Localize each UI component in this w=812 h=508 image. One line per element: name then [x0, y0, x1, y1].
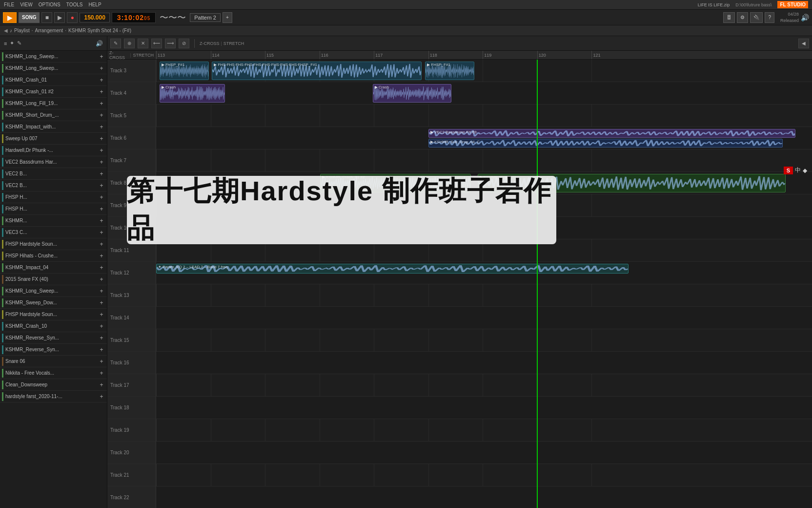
track-item[interactable]: Nikkita - Free Vocals...+ — [0, 367, 107, 379]
track-add-button[interactable]: + — [98, 112, 105, 119]
track-item[interactable]: KSHMR_Impact_with...+ — [0, 121, 107, 133]
track-row[interactable] — [156, 352, 812, 374]
track-add-button[interactable]: + — [98, 370, 105, 377]
audio-clip[interactable]: ▶ FHSP_F#1 — [425, 62, 474, 80]
audio-clip[interactable]: ▶ FHS·FHS·FHS·FHS·FHS·FHS·FHS·FHS·FHS·FH… — [212, 62, 422, 80]
track-add-button[interactable]: + — [98, 299, 105, 306]
track-add-button[interactable]: + — [98, 159, 105, 166]
bpm-display[interactable]: 150.000 — [80, 13, 109, 22]
track-row[interactable] — [156, 419, 812, 442]
track-add-button[interactable]: + — [98, 147, 105, 154]
track-row[interactable]: ▶ VEC2 Bassdrums FX 69▶ KSHMR_Sub_Drop_0… — [156, 127, 812, 149]
track-add-button[interactable]: + — [98, 253, 105, 259]
track-add-button[interactable]: + — [98, 53, 105, 60]
track-row[interactable] — [156, 307, 812, 329]
track-item[interactable]: KSHMR_Sweep_Dow...+ — [0, 297, 107, 309]
breadcrumb-instrument[interactable]: KSHMR Synth Shot 24 - (F#) — [68, 28, 131, 33]
track-add-button[interactable]: + — [98, 77, 105, 84]
track-item[interactable]: 2015 Snare FX (40)+ — [0, 274, 107, 285]
audio-clip[interactable]: ✦ Param_EQ 2 – LEAD 2 – Band 7 freq — [156, 264, 629, 274]
track-item[interactable]: KSHMR_Short_Drum_...+ — [0, 109, 107, 121]
plugin-btn[interactable]: 🔌 — [750, 12, 763, 23]
song-mode-btn[interactable]: SONG — [19, 12, 40, 23]
track-item[interactable]: FHSP Hardstyle Soun...+ — [0, 309, 107, 320]
record-btn[interactable]: ● — [67, 12, 78, 23]
track-add-button[interactable]: + — [98, 288, 105, 295]
track-item[interactable]: VEC3 C...+ — [0, 227, 107, 238]
track-row[interactable] — [156, 487, 812, 508]
play-btn[interactable]: ▶ — [54, 12, 65, 23]
track-item[interactable]: FHSP H...+ — [0, 191, 107, 203]
select-tool[interactable]: ⊕ — [124, 39, 135, 48]
menu-help[interactable]: HELP — [88, 2, 101, 7]
track-add-button[interactable]: + — [98, 135, 105, 142]
track-row[interactable]: ✦ Param_EQ 2 – LEAD 2 – Band 7 freq — [156, 262, 812, 284]
track-item[interactable]: KSHMR_Crash_01+ — [0, 74, 107, 86]
sidebar-icon2[interactable]: ✦ — [10, 40, 14, 46]
track-item[interactable]: FHSP Hardstyle Soun...+ — [0, 238, 107, 250]
track-item[interactable]: KSHMR_Crash_01 #2+ — [0, 86, 107, 98]
track-row[interactable] — [156, 464, 812, 487]
settings-btn[interactable]: ⚙ — [737, 12, 748, 23]
track-item[interactable]: Sweep Up 007+ — [0, 133, 107, 145]
track-item[interactable]: KSHMR_Long_Fill_19...+ — [0, 98, 107, 109]
zoom-in-tool[interactable]: ⟵ — [151, 39, 162, 48]
audio-clip[interactable]: ▶ KSHMR_Sub_Drop_04_C — [428, 139, 783, 148]
slice-tool[interactable]: ⊘ — [179, 39, 189, 48]
track-item[interactable]: hardstyle farst_2020-11-...+ — [0, 391, 107, 402]
tracks-content[interactable]: ▶ FHSP_F#1▶ FHS·FHS·FHS·FHS·FHS·FHS·FHS·… — [156, 60, 812, 508]
track-add-button[interactable]: + — [98, 358, 105, 365]
track-add-button[interactable]: + — [98, 206, 105, 212]
track-add-button[interactable]: + — [98, 311, 105, 318]
track-item[interactable]: Snare 06+ — [0, 356, 107, 367]
breadcrumb-arrangement[interactable]: Arrangement — [35, 28, 63, 33]
nav-back[interactable]: ◀ — [4, 28, 8, 33]
track-item[interactable]: KSHMR...+ — [0, 215, 107, 227]
track-item[interactable]: KSHMR_Reverse_Syn...+ — [0, 332, 107, 344]
track-item[interactable]: KSHMR_Reverse_Syn...+ — [0, 344, 107, 356]
track-item[interactable]: Clean_Downsweep+ — [0, 379, 107, 391]
track-add-button[interactable]: + — [98, 323, 105, 330]
pattern-display[interactable]: Pattern 2 — [190, 13, 221, 22]
audio-clip[interactable]: ▶ VEC2 Bassdrums FX 69 — [428, 129, 796, 138]
track-row[interactable] — [156, 329, 812, 352]
track-add-button[interactable]: + — [98, 335, 105, 341]
mixer-btn[interactable]: 🎛 — [723, 12, 735, 23]
track-add-button[interactable]: + — [98, 381, 105, 388]
draw-tool[interactable]: ✎ — [110, 39, 121, 48]
volume-icon[interactable]: 🔊 — [801, 14, 809, 21]
pattern-add-btn[interactable]: + — [223, 12, 232, 23]
track-add-button[interactable]: + — [98, 65, 105, 72]
track-item[interactable]: KSHMR_Long_Sweep...+ — [0, 285, 107, 297]
menu-file[interactable]: FILE — [4, 2, 14, 7]
track-row[interactable] — [156, 442, 812, 464]
fl-icon[interactable]: ▶ — [3, 12, 17, 23]
track-item[interactable]: Hardwell,Dr Phunk -...+ — [0, 145, 107, 156]
menu-tools[interactable]: TOOLS — [66, 2, 83, 7]
menu-options[interactable]: OPTIONS — [39, 2, 61, 7]
track-add-button[interactable]: + — [98, 241, 105, 248]
track-item[interactable]: KSHMR_Long_Sweep...+ — [0, 63, 107, 74]
audio-clip[interactable]: ▶ FHSP_F#1 — [160, 62, 209, 80]
track-item[interactable]: VEC2 B...+ — [0, 180, 107, 191]
track-add-button[interactable]: + — [98, 276, 105, 283]
track-item[interactable]: FHSP Hihats - Crushe...+ — [0, 250, 107, 262]
track-row[interactable]: ▶ Crash▶ Crash — [156, 82, 812, 105]
track-add-button[interactable]: + — [98, 393, 105, 400]
breadcrumb-playlist[interactable]: Playlist — [14, 28, 30, 33]
track-add-button[interactable]: + — [98, 264, 105, 271]
track-add-button[interactable]: + — [98, 229, 105, 236]
erase-tool[interactable]: ✕ — [138, 39, 148, 48]
track-row[interactable] — [156, 149, 812, 172]
menu-view[interactable]: VIEW — [20, 2, 33, 7]
help-btn[interactable]: ? — [765, 12, 774, 23]
track-row[interactable]: ▶ FHSP_F#1▶ FHS·FHS·FHS·FHS·FHS·FHS·FHS·… — [156, 60, 812, 82]
track-add-button[interactable]: + — [98, 170, 105, 177]
track-item[interactable]: FHSP H...+ — [0, 203, 107, 215]
track-row[interactable] — [156, 284, 812, 307]
tracks-container[interactable]: Track 3Track 4Track 5Track 6Track 7Track… — [107, 60, 812, 508]
stop-btn[interactable]: ■ — [41, 12, 52, 23]
track-add-button[interactable]: + — [98, 194, 105, 201]
collapse-btn[interactable]: ◀ — [798, 39, 809, 48]
sidebar-speaker[interactable]: 🔊 — [96, 40, 103, 47]
